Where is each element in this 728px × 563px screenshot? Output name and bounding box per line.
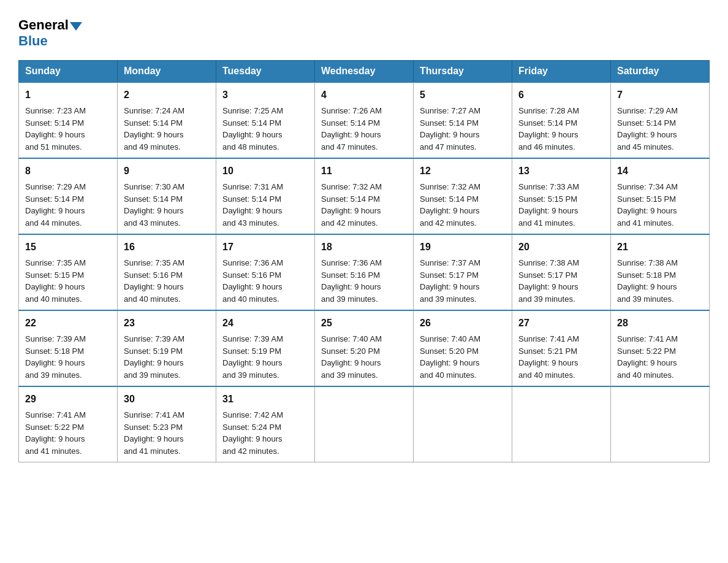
day-number: 21 (617, 240, 703, 255)
day-info: Sunrise: 7:27 AMSunset: 5:14 PMDaylight:… (420, 105, 506, 153)
day-info: Sunrise: 7:32 AMSunset: 5:14 PMDaylight:… (420, 181, 506, 229)
col-header-saturday: Saturday (611, 61, 710, 83)
day-info: Sunrise: 7:34 AMSunset: 5:15 PMDaylight:… (617, 181, 703, 229)
day-number: 31 (222, 392, 308, 407)
week-row-5: 29Sunrise: 7:41 AMSunset: 5:22 PMDayligh… (19, 386, 710, 462)
day-number: 18 (321, 240, 407, 255)
day-number: 11 (321, 164, 407, 178)
calendar-cell: 29Sunrise: 7:41 AMSunset: 5:22 PMDayligh… (19, 386, 118, 462)
day-number: 5 (420, 88, 506, 102)
day-number: 22 (25, 316, 111, 331)
day-info: Sunrise: 7:41 AMSunset: 5:22 PMDaylight:… (25, 409, 111, 457)
day-info: Sunrise: 7:39 AMSunset: 5:19 PMDaylight:… (124, 333, 210, 381)
calendar-cell: 3Sunrise: 7:25 AMSunset: 5:14 PMDaylight… (216, 82, 315, 158)
calendar-cell: 23Sunrise: 7:39 AMSunset: 5:19 PMDayligh… (118, 310, 216, 386)
calendar-cell (611, 386, 710, 462)
calendar-cell: 12Sunrise: 7:32 AMSunset: 5:14 PMDayligh… (414, 158, 512, 234)
col-header-friday: Friday (512, 61, 611, 83)
week-row-4: 22Sunrise: 7:39 AMSunset: 5:18 PMDayligh… (19, 310, 710, 386)
day-number: 1 (25, 88, 111, 102)
calendar-cell: 31Sunrise: 7:42 AMSunset: 5:24 PMDayligh… (216, 386, 315, 462)
calendar-cell: 11Sunrise: 7:32 AMSunset: 5:14 PMDayligh… (315, 158, 414, 234)
day-info: Sunrise: 7:35 AMSunset: 5:15 PMDaylight:… (25, 257, 111, 305)
day-number: 14 (617, 164, 703, 178)
calendar-cell: 16Sunrise: 7:35 AMSunset: 5:16 PMDayligh… (118, 234, 216, 310)
day-info: Sunrise: 7:28 AMSunset: 5:14 PMDaylight:… (518, 105, 604, 153)
day-info: Sunrise: 7:42 AMSunset: 5:24 PMDaylight:… (222, 409, 308, 457)
calendar-cell (414, 386, 512, 462)
day-number: 10 (222, 164, 308, 178)
col-header-monday: Monday (118, 61, 216, 83)
calendar-cell: 5Sunrise: 7:27 AMSunset: 5:14 PMDaylight… (414, 82, 512, 158)
calendar-cell: 21Sunrise: 7:38 AMSunset: 5:18 PMDayligh… (611, 234, 710, 310)
day-info: Sunrise: 7:38 AMSunset: 5:17 PMDaylight:… (518, 257, 604, 305)
calendar-header-row: SundayMondayTuesdayWednesdayThursdayFrid… (19, 61, 710, 83)
day-number: 8 (25, 164, 111, 178)
week-row-3: 15Sunrise: 7:35 AMSunset: 5:15 PMDayligh… (19, 234, 710, 310)
day-number: 3 (222, 88, 308, 102)
calendar-cell: 28Sunrise: 7:41 AMSunset: 5:22 PMDayligh… (611, 310, 710, 386)
day-info: Sunrise: 7:40 AMSunset: 5:20 PMDaylight:… (420, 333, 506, 381)
calendar-cell: 26Sunrise: 7:40 AMSunset: 5:20 PMDayligh… (414, 310, 512, 386)
day-number: 4 (321, 88, 407, 102)
day-info: Sunrise: 7:41 AMSunset: 5:21 PMDaylight:… (518, 333, 604, 381)
calendar-cell: 27Sunrise: 7:41 AMSunset: 5:21 PMDayligh… (512, 310, 611, 386)
calendar-cell: 17Sunrise: 7:36 AMSunset: 5:16 PMDayligh… (216, 234, 315, 310)
calendar-cell: 30Sunrise: 7:41 AMSunset: 5:23 PMDayligh… (118, 386, 216, 462)
calendar-cell: 15Sunrise: 7:35 AMSunset: 5:15 PMDayligh… (19, 234, 118, 310)
day-number: 30 (124, 392, 210, 407)
calendar-cell: 6Sunrise: 7:28 AMSunset: 5:14 PMDaylight… (512, 82, 611, 158)
week-row-2: 8Sunrise: 7:29 AMSunset: 5:14 PMDaylight… (19, 158, 710, 234)
day-number: 2 (124, 88, 210, 102)
day-number: 13 (518, 164, 604, 178)
day-info: Sunrise: 7:32 AMSunset: 5:14 PMDaylight:… (321, 181, 407, 229)
col-header-thursday: Thursday (414, 61, 512, 83)
day-info: Sunrise: 7:23 AMSunset: 5:14 PMDaylight:… (25, 105, 111, 153)
week-row-1: 1Sunrise: 7:23 AMSunset: 5:14 PMDaylight… (19, 82, 710, 158)
day-number: 9 (124, 164, 210, 178)
day-number: 27 (518, 316, 604, 331)
calendar-cell: 2Sunrise: 7:24 AMSunset: 5:14 PMDaylight… (118, 82, 216, 158)
day-info: Sunrise: 7:39 AMSunset: 5:18 PMDaylight:… (25, 333, 111, 381)
col-header-sunday: Sunday (19, 61, 118, 83)
day-number: 25 (321, 316, 407, 331)
calendar-cell (512, 386, 611, 462)
day-number: 7 (617, 88, 703, 102)
calendar-cell: 13Sunrise: 7:33 AMSunset: 5:15 PMDayligh… (512, 158, 611, 234)
day-info: Sunrise: 7:29 AMSunset: 5:14 PMDaylight:… (25, 181, 111, 229)
day-info: Sunrise: 7:25 AMSunset: 5:14 PMDaylight:… (222, 105, 308, 153)
day-info: Sunrise: 7:26 AMSunset: 5:14 PMDaylight:… (321, 105, 407, 153)
calendar-cell: 25Sunrise: 7:40 AMSunset: 5:20 PMDayligh… (315, 310, 414, 386)
calendar-cell: 4Sunrise: 7:26 AMSunset: 5:14 PMDaylight… (315, 82, 414, 158)
day-info: Sunrise: 7:40 AMSunset: 5:20 PMDaylight:… (321, 333, 407, 381)
calendar-cell: 7Sunrise: 7:29 AMSunset: 5:14 PMDaylight… (611, 82, 710, 158)
day-info: Sunrise: 7:41 AMSunset: 5:23 PMDaylight:… (124, 409, 210, 457)
col-header-wednesday: Wednesday (315, 61, 414, 83)
day-info: Sunrise: 7:37 AMSunset: 5:17 PMDaylight:… (420, 257, 506, 305)
day-info: Sunrise: 7:39 AMSunset: 5:19 PMDaylight:… (222, 333, 308, 381)
calendar-cell (315, 386, 414, 462)
calendar-cell: 18Sunrise: 7:36 AMSunset: 5:16 PMDayligh… (315, 234, 414, 310)
day-number: 16 (124, 240, 210, 255)
col-header-tuesday: Tuesday (216, 61, 315, 83)
day-info: Sunrise: 7:36 AMSunset: 5:16 PMDaylight:… (222, 257, 308, 305)
logo-general-text: General (18, 17, 69, 33)
day-number: 6 (518, 88, 604, 102)
day-number: 20 (518, 240, 604, 255)
logo-blue-text: Blue (18, 33, 48, 49)
day-number: 17 (222, 240, 308, 255)
logo-arrow-icon (70, 22, 82, 31)
logo: General Blue (18, 15, 82, 49)
calendar-cell: 24Sunrise: 7:39 AMSunset: 5:19 PMDayligh… (216, 310, 315, 386)
day-number: 15 (25, 240, 111, 255)
day-info: Sunrise: 7:31 AMSunset: 5:14 PMDaylight:… (222, 181, 308, 229)
calendar-cell: 22Sunrise: 7:39 AMSunset: 5:18 PMDayligh… (19, 310, 118, 386)
calendar-cell: 1Sunrise: 7:23 AMSunset: 5:14 PMDaylight… (19, 82, 118, 158)
page-header: General Blue (18, 15, 710, 49)
day-info: Sunrise: 7:38 AMSunset: 5:18 PMDaylight:… (617, 257, 703, 305)
day-number: 23 (124, 316, 210, 331)
calendar-cell: 20Sunrise: 7:38 AMSunset: 5:17 PMDayligh… (512, 234, 611, 310)
calendar-cell: 9Sunrise: 7:30 AMSunset: 5:14 PMDaylight… (118, 158, 216, 234)
calendar-table: SundayMondayTuesdayWednesdayThursdayFrid… (18, 60, 710, 462)
day-info: Sunrise: 7:41 AMSunset: 5:22 PMDaylight:… (617, 333, 703, 381)
